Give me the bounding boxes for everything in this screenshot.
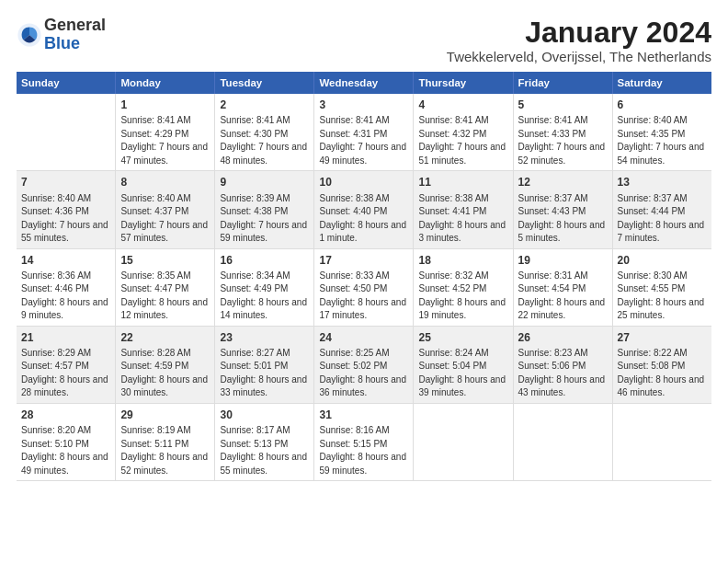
day-number: 4: [418, 98, 507, 112]
cell-w3-d1: 22Sunrise: 8:28 AMSunset: 4:59 PMDayligh…: [116, 326, 215, 403]
cell-w2-d0: 14Sunrise: 8:36 AMSunset: 4:46 PMDayligh…: [17, 248, 116, 326]
cell-w2-d5: 19Sunrise: 8:31 AMSunset: 4:54 PMDayligh…: [513, 248, 612, 326]
day-info: Sunrise: 8:35 AMSunset: 4:47 PMDaylight:…: [120, 270, 208, 321]
day-info: Sunrise: 8:34 AMSunset: 4:49 PMDaylight:…: [220, 270, 307, 321]
day-number: 29: [120, 408, 210, 422]
cell-w4-d6: [612, 403, 711, 480]
day-number: 26: [518, 330, 608, 345]
day-info: Sunrise: 8:38 AMSunset: 4:40 PMDaylight:…: [319, 193, 406, 244]
logo: General Blue: [17, 17, 106, 53]
logo-text: General Blue: [44, 17, 106, 53]
cell-w3-d6: 27Sunrise: 8:22 AMSunset: 5:08 PMDayligh…: [612, 326, 711, 403]
col-wednesday: Wednesday: [314, 72, 414, 94]
day-number: 24: [319, 330, 408, 345]
day-info: Sunrise: 8:32 AMSunset: 4:52 PMDaylight:…: [418, 270, 506, 321]
day-info: Sunrise: 8:29 AMSunset: 4:57 PMDaylight:…: [21, 348, 108, 398]
calendar-table: Sunday Monday Tuesday Wednesday Thursday…: [17, 72, 711, 481]
header-row: Sunday Monday Tuesday Wednesday Thursday…: [17, 72, 711, 94]
day-number: 16: [220, 253, 309, 268]
day-number: 1: [120, 98, 210, 112]
col-saturday: Saturday: [612, 72, 711, 94]
title-block: January 2024 Twekkelerveld, Overijssel, …: [447, 17, 711, 64]
day-number: 12: [518, 175, 608, 190]
cell-w1-d6: 13Sunrise: 8:37 AMSunset: 4:44 PMDayligh…: [612, 171, 711, 248]
cell-w1-d2: 9Sunrise: 8:39 AMSunset: 4:38 PMDaylight…: [215, 171, 314, 248]
page-subtitle: Twekkelerveld, Overijssel, The Netherlan…: [447, 49, 711, 64]
day-info: Sunrise: 8:30 AMSunset: 4:55 PMDaylight:…: [618, 270, 705, 321]
header: General Blue January 2024 Twekkelerveld,…: [17, 17, 711, 64]
day-info: Sunrise: 8:31 AMSunset: 4:54 PMDaylight:…: [518, 270, 606, 321]
day-info: Sunrise: 8:41 AMSunset: 4:30 PMDaylight:…: [220, 115, 307, 166]
day-info: Sunrise: 8:17 AMSunset: 5:13 PMDaylight:…: [220, 425, 307, 476]
day-info: Sunrise: 8:16 AMSunset: 5:15 PMDaylight:…: [319, 425, 406, 476]
cell-w2-d1: 15Sunrise: 8:35 AMSunset: 4:47 PMDayligh…: [116, 248, 215, 326]
day-info: Sunrise: 8:33 AMSunset: 4:50 PMDaylight:…: [319, 270, 406, 321]
cell-w4-d1: 29Sunrise: 8:19 AMSunset: 5:11 PMDayligh…: [116, 403, 215, 480]
page-title: January 2024: [447, 17, 711, 49]
day-number: 13: [618, 175, 707, 190]
cell-w0-d0: [17, 94, 116, 171]
day-number: 27: [618, 330, 707, 345]
week-row-3: 21Sunrise: 8:29 AMSunset: 4:57 PMDayligh…: [17, 326, 711, 403]
cell-w0-d6: 6Sunrise: 8:40 AMSunset: 4:35 PMDaylight…: [612, 94, 711, 171]
cell-w4-d0: 28Sunrise: 8:20 AMSunset: 5:10 PMDayligh…: [17, 403, 116, 480]
cell-w0-d4: 4Sunrise: 8:41 AMSunset: 4:32 PMDaylight…: [414, 94, 513, 171]
week-row-1: 7Sunrise: 8:40 AMSunset: 4:36 PMDaylight…: [17, 171, 711, 248]
cell-w1-d5: 12Sunrise: 8:37 AMSunset: 4:43 PMDayligh…: [513, 171, 612, 248]
cell-w2-d4: 18Sunrise: 8:32 AMSunset: 4:52 PMDayligh…: [414, 248, 513, 326]
day-info: Sunrise: 8:25 AMSunset: 5:02 PMDaylight:…: [319, 348, 406, 398]
cell-w3-d2: 23Sunrise: 8:27 AMSunset: 5:01 PMDayligh…: [215, 326, 314, 403]
day-number: 14: [21, 253, 110, 268]
day-info: Sunrise: 8:20 AMSunset: 5:10 PMDaylight:…: [21, 425, 108, 476]
day-info: Sunrise: 8:37 AMSunset: 4:43 PMDaylight:…: [518, 193, 606, 244]
day-number: 2: [220, 98, 309, 112]
logo-icon: [17, 22, 42, 48]
logo-general: General: [44, 16, 106, 34]
week-row-2: 14Sunrise: 8:36 AMSunset: 4:46 PMDayligh…: [17, 248, 711, 326]
day-info: Sunrise: 8:41 AMSunset: 4:31 PMDaylight:…: [319, 115, 406, 166]
day-info: Sunrise: 8:39 AMSunset: 4:38 PMDaylight:…: [220, 193, 307, 244]
day-number: 30: [220, 408, 309, 422]
cell-w0-d2: 2Sunrise: 8:41 AMSunset: 4:30 PMDaylight…: [215, 94, 314, 171]
cell-w1-d4: 11Sunrise: 8:38 AMSunset: 4:41 PMDayligh…: [414, 171, 513, 248]
cell-w4-d5: [513, 403, 612, 480]
day-info: Sunrise: 8:41 AMSunset: 4:33 PMDaylight:…: [518, 115, 606, 166]
day-number: 10: [319, 175, 408, 190]
col-monday: Monday: [116, 72, 215, 94]
cell-w0-d3: 3Sunrise: 8:41 AMSunset: 4:31 PMDaylight…: [314, 94, 414, 171]
day-info: Sunrise: 8:23 AMSunset: 5:06 PMDaylight:…: [518, 348, 606, 398]
week-row-0: 1Sunrise: 8:41 AMSunset: 4:29 PMDaylight…: [17, 94, 711, 171]
logo-blue: Blue: [44, 34, 80, 52]
cell-w3-d4: 25Sunrise: 8:24 AMSunset: 5:04 PMDayligh…: [414, 326, 513, 403]
cell-w2-d3: 17Sunrise: 8:33 AMSunset: 4:50 PMDayligh…: [314, 248, 414, 326]
cell-w1-d1: 8Sunrise: 8:40 AMSunset: 4:37 PMDaylight…: [116, 171, 215, 248]
day-number: 3: [319, 98, 408, 112]
col-tuesday: Tuesday: [215, 72, 314, 94]
day-number: 11: [418, 175, 507, 190]
day-number: 20: [618, 253, 707, 268]
day-number: 21: [21, 330, 110, 345]
col-friday: Friday: [513, 72, 612, 94]
day-info: Sunrise: 8:40 AMSunset: 4:36 PMDaylight:…: [21, 193, 108, 244]
cell-w4-d2: 30Sunrise: 8:17 AMSunset: 5:13 PMDayligh…: [215, 403, 314, 480]
day-info: Sunrise: 8:37 AMSunset: 4:44 PMDaylight:…: [618, 193, 705, 244]
day-info: Sunrise: 8:24 AMSunset: 5:04 PMDaylight:…: [418, 348, 506, 398]
cell-w3-d3: 24Sunrise: 8:25 AMSunset: 5:02 PMDayligh…: [314, 326, 414, 403]
day-info: Sunrise: 8:41 AMSunset: 4:32 PMDaylight:…: [418, 115, 506, 166]
cell-w2-d2: 16Sunrise: 8:34 AMSunset: 4:49 PMDayligh…: [215, 248, 314, 326]
cell-w1-d0: 7Sunrise: 8:40 AMSunset: 4:36 PMDaylight…: [17, 171, 116, 248]
day-number: 19: [518, 253, 608, 268]
day-info: Sunrise: 8:22 AMSunset: 5:08 PMDaylight:…: [618, 348, 705, 398]
day-number: 23: [220, 330, 309, 345]
cell-w3-d5: 26Sunrise: 8:23 AMSunset: 5:06 PMDayligh…: [513, 326, 612, 403]
day-number: 31: [319, 408, 408, 422]
cell-w3-d0: 21Sunrise: 8:29 AMSunset: 4:57 PMDayligh…: [17, 326, 116, 403]
day-info: Sunrise: 8:41 AMSunset: 4:29 PMDaylight:…: [120, 115, 208, 166]
day-number: 25: [418, 330, 507, 345]
day-info: Sunrise: 8:38 AMSunset: 4:41 PMDaylight:…: [418, 193, 506, 244]
week-row-4: 28Sunrise: 8:20 AMSunset: 5:10 PMDayligh…: [17, 403, 711, 480]
day-number: 8: [120, 175, 210, 190]
col-thursday: Thursday: [414, 72, 513, 94]
col-sunday: Sunday: [17, 72, 116, 94]
day-number: 5: [518, 98, 608, 112]
